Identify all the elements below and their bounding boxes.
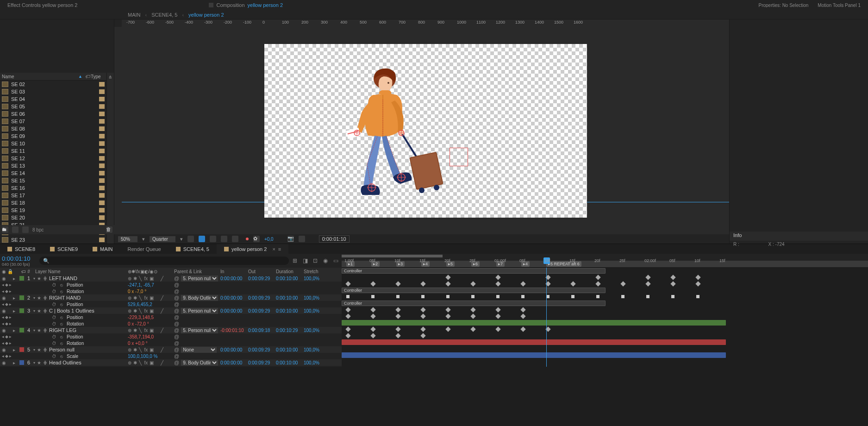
resolution-select[interactable]: Quarter [150, 236, 175, 242]
motion-blur-icon[interactable]: ◉ [323, 257, 330, 264]
keyframe[interactable] [470, 326, 475, 332]
timeline-tab[interactable]: SCENE8 [0, 244, 43, 254]
parent-select[interactable]: 9. Body Outlir [181, 295, 218, 301]
stopwatch-icon[interactable]: ⏱ [52, 282, 56, 288]
graph-icon[interactable]: ⎋ [60, 315, 63, 320]
project-item[interactable]: SE 16 [0, 184, 106, 192]
layer-name[interactable]: RIGHT LEG [49, 327, 76, 333]
next-kf-icon[interactable]: ▸ [9, 354, 12, 358]
work-area-bar[interactable] [342, 255, 443, 257]
next-kf-icon[interactable]: ▸ [9, 334, 12, 339]
keyframe[interactable] [370, 326, 375, 332]
pickwhip-icon[interactable]: @ [174, 334, 179, 339]
duration[interactable]: 0:00:10:00 [274, 295, 302, 301]
mask-icon[interactable] [199, 236, 205, 242]
pickwhip-icon[interactable]: @ [174, 301, 179, 307]
keyframe[interactable] [396, 295, 400, 298]
in-time[interactable]: -0:00:01:10 [219, 328, 246, 333]
in-time[interactable]: 0:00:00:00 [219, 308, 246, 313]
layer-name[interactable]: Person null [49, 347, 75, 352]
label-swatch[interactable] [99, 200, 105, 205]
out-time[interactable]: 0:00:09:29 [246, 308, 274, 313]
duration[interactable]: 0:00:10:00 [274, 347, 302, 352]
property-row[interactable]: ◂◆▸ ⏱⎋Position 529,6,455,2 @ [0, 301, 342, 307]
duration[interactable]: 0:00:10:00 [274, 308, 302, 313]
draft-3d-icon[interactable]: ◨ [303, 257, 309, 264]
project-item[interactable]: SE 06 [0, 110, 106, 118]
keyframe[interactable] [371, 295, 375, 298]
add-kf-icon[interactable]: ◆ [5, 321, 8, 326]
breadcrumb-current[interactable]: yellow person 2 [188, 12, 224, 18]
keyframe[interactable] [671, 295, 674, 298]
keyframe[interactable] [596, 295, 599, 298]
keyframe[interactable] [420, 313, 425, 319]
keyframe[interactable] [345, 313, 350, 319]
project-type-column[interactable]: Type [91, 74, 105, 79]
layer-row[interactable]: ◉▸ 6 ▾★⋕Head Outlines ⊕✱╲fx▣╱ @9. Body O… [0, 359, 342, 366]
label-swatch[interactable] [99, 89, 105, 94]
timeline-ruler[interactable]: ▸1▸2▸3▸4▸5▸6▸7▸4▸5 REPEAT aft 6 1:00f05f… [342, 254, 868, 268]
project-list[interactable]: SE 02SE 03SE 04SE 05SE 06SE 07SE 08SE 09… [0, 81, 106, 244]
keyframe[interactable] [370, 333, 375, 338]
timeline-time[interactable]: 0:00:01:10 [2, 255, 30, 262]
out-time[interactable]: 0:00:09:29 [246, 347, 274, 352]
keyframe-track[interactable] [342, 345, 868, 352]
controller-bar[interactable]: Controller [342, 268, 606, 274]
prev-kf-icon[interactable]: ◂ [2, 321, 4, 326]
new-comp-icon[interactable] [12, 226, 19, 233]
out-time[interactable]: 0:00:09:29 [246, 295, 274, 301]
eye-icon[interactable]: ◉ [2, 328, 6, 333]
stretch[interactable]: 100,0% [302, 295, 325, 301]
parent-select[interactable]: 5. Person null [181, 327, 218, 333]
stopwatch-icon[interactable]: ⏱ [52, 354, 56, 359]
layer-name[interactable]: Head Outlines [49, 360, 81, 365]
graph-icon[interactable]: ⎋ [60, 334, 63, 339]
timeline-search[interactable]: 🔍 [39, 257, 289, 265]
keyframe[interactable] [495, 326, 500, 332]
parent-select[interactable]: 9. Body Outlir [181, 360, 218, 366]
property-value[interactable]: 0 x +0,0 ° [128, 341, 148, 346]
viewer-timecode[interactable]: 0:00:01:10 [319, 235, 350, 243]
label-swatch[interactable] [99, 238, 105, 242]
keyframe[interactable] [620, 281, 625, 286]
in-time[interactable]: 0:00:00:00 [219, 360, 246, 365]
channel-red-icon[interactable] [246, 238, 249, 240]
twirl-icon[interactable]: ▸ [13, 347, 18, 352]
property-value[interactable]: -229,3,148,5 [128, 315, 154, 320]
keyframe[interactable] [395, 326, 400, 332]
column-layer-name[interactable]: Layer Name [33, 269, 126, 274]
pickwhip-icon[interactable]: @ [174, 282, 179, 288]
project-item[interactable]: SE 14 [0, 169, 106, 177]
keyframe-track[interactable] [342, 294, 868, 300]
project-item[interactable]: SE 02 [0, 81, 106, 88]
keyframe-track[interactable] [342, 274, 868, 281]
keyframe[interactable] [670, 275, 675, 280]
keyframe[interactable] [420, 307, 425, 312]
project-item[interactable]: SE 10 [0, 140, 106, 147]
timeline-tab[interactable]: yellow person 2 × ≡ [217, 244, 288, 254]
prev-kf-icon[interactable]: ◂ [2, 302, 4, 307]
property-row[interactable]: ◂◆▸ ⏱⎋Rotation 0 x -72,0 ° @ [0, 320, 342, 327]
prev-kf-icon[interactable]: ◂ [2, 354, 4, 358]
label-color[interactable] [19, 347, 24, 352]
interpret-icon[interactable]: 🖿 [2, 226, 8, 233]
bpc-label[interactable]: 8 bpc [32, 227, 44, 232]
label-swatch[interactable] [99, 178, 105, 183]
stretch[interactable]: 100,0% [302, 276, 325, 281]
info-panel-header[interactable]: Info [730, 232, 868, 241]
stretch[interactable]: 100,0% [302, 328, 325, 333]
label-swatch[interactable] [99, 171, 105, 175]
sort-icon[interactable]: ▲ [78, 74, 82, 79]
property-row[interactable]: ◂◆▸ ⏱⎋Position -229,3,148,5 @ [0, 314, 342, 320]
keyframe[interactable] [696, 295, 699, 298]
project-item[interactable]: SE 05 [0, 103, 106, 110]
property-row[interactable]: ◂◆▸ ⏱⎋Position -247,1, -65,7 @ [0, 282, 342, 288]
keyframe[interactable] [420, 333, 425, 338]
eye-icon[interactable]: ◉ [2, 295, 6, 301]
layer-bar[interactable] [342, 320, 726, 326]
layer-name[interactable]: C | Boots 1 Outlines [49, 308, 94, 313]
in-time[interactable]: 0:00:00:00 [219, 347, 246, 352]
twirl-icon[interactable]: ▸ [13, 308, 18, 313]
timeline-layers[interactable]: ◉▸ 1 ▾★⋕LEFT HAND ⊕✱╲fx▣╱ @5. Person nul… [0, 275, 342, 367]
keyframe[interactable] [495, 281, 500, 286]
